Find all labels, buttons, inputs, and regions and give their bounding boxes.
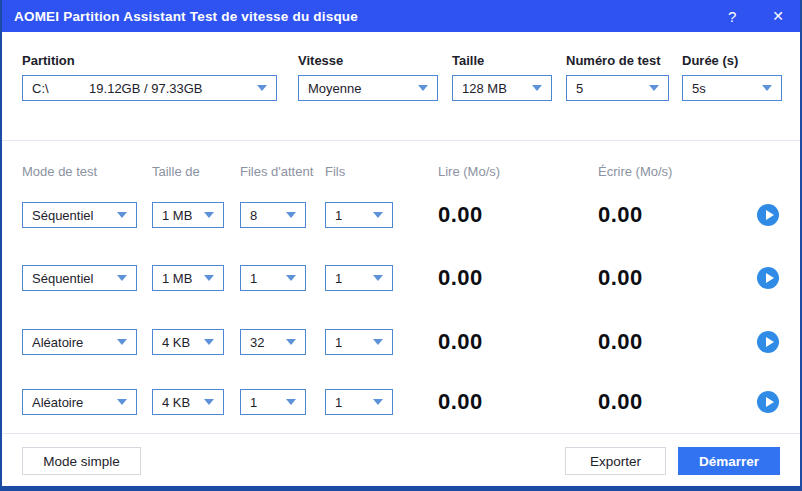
- queue-select[interactable]: 1: [240, 389, 306, 415]
- partition-drive: C:\: [32, 81, 49, 96]
- write-value: 0.00: [598, 389, 643, 415]
- block-size-value: 4 KB: [162, 335, 190, 350]
- block-size-select[interactable]: 4 KB: [152, 329, 224, 355]
- threads-select[interactable]: 1: [325, 389, 393, 415]
- mode-select[interactable]: Aléatoire: [22, 329, 137, 355]
- chevron-down-icon: [286, 275, 296, 281]
- queue-select[interactable]: 32: [240, 329, 306, 355]
- chevron-down-icon: [204, 339, 214, 345]
- queue-select[interactable]: 8: [240, 202, 306, 228]
- write-value: 0.00: [598, 265, 643, 291]
- threads-value: 1: [335, 335, 342, 350]
- read-value: 0.00: [438, 265, 483, 291]
- duration-label: Durée (s): [682, 53, 738, 68]
- chevron-down-icon: [117, 339, 127, 345]
- chevron-down-icon: [373, 339, 383, 345]
- mode-select[interactable]: Séquentiel: [22, 265, 137, 291]
- chevron-down-icon: [373, 212, 383, 218]
- chevron-down-icon: [204, 212, 214, 218]
- col-header-read: Lire (Mo/s): [438, 164, 500, 179]
- test-number-value: 5: [576, 81, 583, 96]
- titlebar-controls: ? ✕: [724, 7, 788, 26]
- chevron-down-icon: [117, 275, 127, 281]
- test-number-select[interactable]: 5: [566, 75, 669, 101]
- threads-value: 1: [335, 395, 342, 410]
- block-size-select[interactable]: 1 MB: [152, 202, 224, 228]
- queue-value: 8: [250, 208, 257, 223]
- chevron-down-icon: [373, 275, 383, 281]
- divider: [2, 433, 800, 434]
- queue-value: 1: [250, 271, 257, 286]
- chevron-down-icon: [204, 399, 214, 405]
- threads-value: 1: [335, 208, 342, 223]
- size-label: Taille: [452, 53, 484, 68]
- block-size-value: 1 MB: [162, 271, 192, 286]
- chevron-down-icon: [204, 275, 214, 281]
- disk-speed-test-dialog: AOMEI Partition Assistant Test de vitess…: [0, 0, 802, 491]
- play-icon: [766, 210, 774, 220]
- test-number-label: Numéro de test: [566, 53, 661, 68]
- export-button[interactable]: Exporter: [565, 447, 666, 475]
- col-header-mode: Mode de test: [22, 164, 97, 179]
- block-size-select[interactable]: 1 MB: [152, 265, 224, 291]
- mode-value: Séquentiel: [32, 271, 93, 286]
- chevron-down-icon: [117, 399, 127, 405]
- chevron-down-icon: [762, 85, 772, 91]
- speed-label: Vitesse: [298, 53, 343, 68]
- chevron-down-icon: [286, 212, 296, 218]
- simple-mode-button[interactable]: Mode simple: [22, 447, 141, 475]
- partition-usage: 19.12GB / 97.33GB: [89, 81, 202, 96]
- help-button[interactable]: ?: [724, 7, 740, 26]
- col-header-write: Écrire (Mo/s): [598, 164, 672, 179]
- threads-value: 1: [335, 271, 342, 286]
- partition-label: Partition: [22, 53, 75, 68]
- threads-select[interactable]: 1: [325, 265, 393, 291]
- run-test-button[interactable]: [757, 267, 779, 289]
- queue-select[interactable]: 1: [240, 265, 306, 291]
- mode-select[interactable]: Aléatoire: [22, 389, 137, 415]
- block-size-value: 4 KB: [162, 395, 190, 410]
- start-button[interactable]: Démarrer: [678, 447, 780, 475]
- chevron-down-icon: [286, 399, 296, 405]
- close-icon[interactable]: ✕: [768, 7, 788, 25]
- block-size-value: 1 MB: [162, 208, 192, 223]
- size-value: 128 MB: [462, 81, 507, 96]
- mode-select[interactable]: Séquentiel: [22, 202, 137, 228]
- threads-select[interactable]: 1: [325, 329, 393, 355]
- duration-value: 5s: [692, 81, 706, 96]
- read-value: 0.00: [438, 389, 483, 415]
- read-value: 0.00: [438, 329, 483, 355]
- chevron-down-icon: [257, 85, 267, 91]
- chevron-down-icon: [532, 85, 542, 91]
- partition-select[interactable]: C:\ 19.12GB / 97.33GB: [22, 75, 277, 101]
- write-value: 0.00: [598, 202, 643, 228]
- play-icon: [766, 397, 774, 407]
- size-select[interactable]: 128 MB: [452, 75, 552, 101]
- chevron-down-icon: [286, 339, 296, 345]
- read-value: 0.00: [438, 202, 483, 228]
- chevron-down-icon: [117, 212, 127, 218]
- play-icon: [766, 337, 774, 347]
- threads-select[interactable]: 1: [325, 202, 393, 228]
- titlebar: AOMEI Partition Assistant Test de vitess…: [0, 0, 802, 32]
- col-header-threads: Fils: [325, 164, 345, 179]
- run-test-button[interactable]: [757, 331, 779, 353]
- chevron-down-icon: [649, 85, 659, 91]
- mode-value: Séquentiel: [32, 208, 93, 223]
- mode-value: Aléatoire: [32, 335, 83, 350]
- play-icon: [766, 273, 774, 283]
- duration-select[interactable]: 5s: [682, 75, 782, 101]
- chevron-down-icon: [418, 85, 428, 91]
- col-header-block-size: Taille de: [152, 164, 200, 179]
- block-size-select[interactable]: 4 KB: [152, 389, 224, 415]
- queue-value: 32: [250, 335, 264, 350]
- chevron-down-icon: [373, 399, 383, 405]
- run-test-button[interactable]: [757, 204, 779, 226]
- speed-value: Moyenne: [308, 81, 361, 96]
- col-header-queues: Files d'attente: [240, 164, 314, 179]
- queue-value: 1: [250, 395, 257, 410]
- run-test-button[interactable]: [757, 391, 779, 413]
- mode-value: Aléatoire: [32, 395, 83, 410]
- window-title: AOMEI Partition Assistant Test de vitess…: [14, 9, 358, 24]
- speed-select[interactable]: Moyenne: [298, 75, 438, 101]
